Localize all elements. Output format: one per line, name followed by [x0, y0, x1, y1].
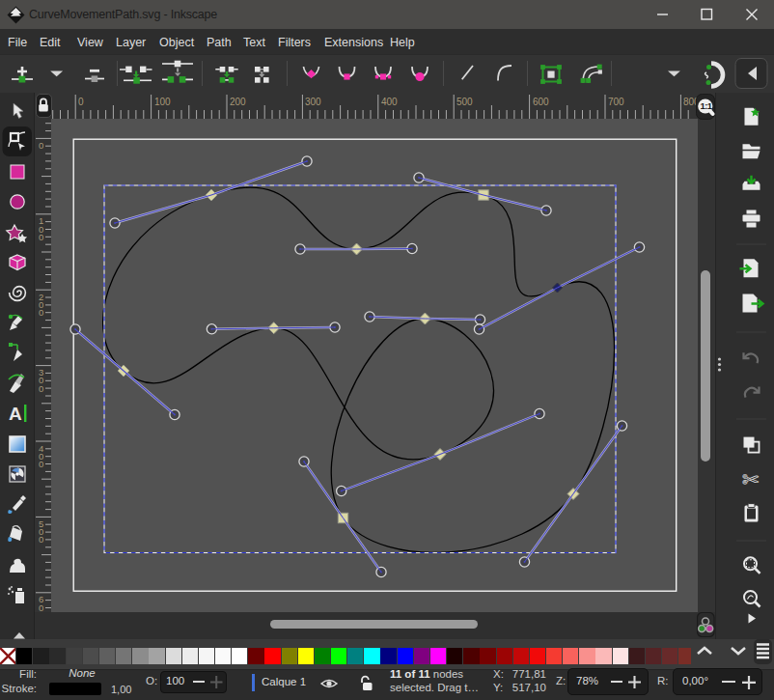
- svg-text:✄: ✄: [742, 468, 760, 490]
- svg-text:1:1: 1:1: [700, 100, 712, 111]
- svg-text:A: A: [9, 404, 22, 424]
